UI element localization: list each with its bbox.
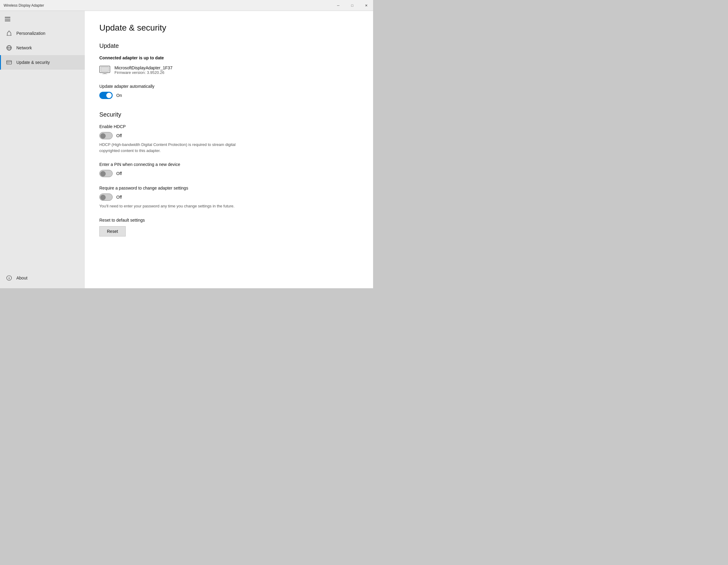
password-setting: Require a password to change adapter set… xyxy=(99,186,359,209)
reset-label: Reset to default settings xyxy=(99,218,359,223)
sidebar-personalization-label: Personalization xyxy=(16,31,45,36)
sidebar-item-about[interactable]: About xyxy=(6,273,79,283)
hdcp-description: HDCP (High-bandwidth Digital Content Pro… xyxy=(99,142,239,154)
pin-state: Off xyxy=(116,171,122,176)
main-content: Update & security Update Connected adapt… xyxy=(85,11,373,288)
svg-rect-12 xyxy=(104,73,106,74)
close-button[interactable]: ✕ xyxy=(359,0,373,11)
hdcp-state: Off xyxy=(116,133,122,138)
password-description: You'll need to enter your password any t… xyxy=(99,203,239,209)
hamburger-line-2 xyxy=(5,19,10,19)
minimize-button[interactable]: ─ xyxy=(331,0,345,11)
app-title: Wireless Display Adapter xyxy=(4,3,44,8)
sidebar-update-security-label: Update & security xyxy=(16,60,50,65)
sidebar-item-personalization[interactable]: Personalization xyxy=(0,26,85,41)
hdcp-toggle[interactable] xyxy=(99,132,113,139)
update-section-title: Update xyxy=(99,42,359,49)
auto-update-state: On xyxy=(116,93,122,98)
sidebar-about-label: About xyxy=(16,276,28,280)
update-section: Update Connected adapter is up to date M… xyxy=(99,42,359,99)
hdcp-label: Enable HDCP xyxy=(99,124,359,129)
adapter-text: MicrosoftDisplayAdapter_1F37 Firmware ve… xyxy=(114,65,172,75)
hamburger-line-3 xyxy=(5,21,10,21)
toggle-thumb-pin xyxy=(100,171,106,177)
maximize-button[interactable]: □ xyxy=(345,0,359,11)
svg-point-5 xyxy=(8,63,8,63)
security-section-title: Security xyxy=(99,111,359,118)
adapter-name: MicrosoftDisplayAdapter_1F37 xyxy=(114,65,172,70)
reset-setting: Reset to default settings Reset xyxy=(99,218,359,236)
pin-toggle-container: Off xyxy=(99,170,359,177)
adapter-firmware: Firmware version: 3.9520.26 xyxy=(114,70,172,75)
svg-point-8 xyxy=(9,277,9,277)
toggle-thumb-hdcp xyxy=(100,133,106,139)
password-toggle-container: Off xyxy=(99,193,359,201)
titlebar: Wireless Display Adapter ─ □ ✕ xyxy=(0,0,373,11)
adapter-device-icon xyxy=(99,64,110,75)
sidebar-item-network[interactable]: Network xyxy=(0,41,85,55)
toggle-thumb-auto-update xyxy=(106,93,112,98)
password-toggle[interactable] xyxy=(99,193,113,201)
page-title: Update & security xyxy=(99,23,359,33)
password-state: Off xyxy=(116,195,122,200)
sidebar-bottom: About xyxy=(0,268,85,288)
personalization-icon xyxy=(6,30,12,36)
pin-setting: Enter a PIN when connecting a new device… xyxy=(99,162,359,177)
pin-toggle[interactable] xyxy=(99,170,113,177)
password-label: Require a password to change adapter set… xyxy=(99,186,359,190)
hamburger-line-1 xyxy=(5,17,10,18)
auto-update-toggle[interactable] xyxy=(99,92,113,99)
sidebar-network-label: Network xyxy=(16,45,32,50)
auto-update-label: Update adapter automatically xyxy=(99,84,359,89)
network-icon xyxy=(6,45,12,51)
about-icon xyxy=(6,275,12,281)
sidebar: Personalization Network xyxy=(0,11,85,288)
security-section: Security Enable HDCP Off HDCP (High-band… xyxy=(99,111,359,236)
hamburger-menu-button[interactable] xyxy=(0,13,13,25)
svg-rect-11 xyxy=(101,67,109,72)
sidebar-item-update-security[interactable]: Update & security xyxy=(0,55,85,70)
window-controls: ─ □ ✕ xyxy=(331,0,373,11)
svg-rect-3 xyxy=(7,61,12,64)
sidebar-nav: Personalization Network xyxy=(0,26,85,268)
auto-update-toggle-container: On xyxy=(99,92,359,99)
hdcp-setting: Enable HDCP Off HDCP (High-bandwidth Dig… xyxy=(99,124,359,154)
toggle-thumb-password xyxy=(100,195,106,200)
auto-update-row: Update adapter automatically On xyxy=(99,84,359,99)
update-status-label: Connected adapter is up to date xyxy=(99,55,359,60)
svg-point-6 xyxy=(9,63,9,63)
reset-button[interactable]: Reset xyxy=(99,226,126,236)
hdcp-toggle-container: Off xyxy=(99,132,359,139)
update-security-icon xyxy=(6,59,12,65)
adapter-info: MicrosoftDisplayAdapter_1F37 Firmware ve… xyxy=(99,64,359,75)
svg-rect-13 xyxy=(102,74,107,74)
pin-label: Enter a PIN when connecting a new device xyxy=(99,162,359,167)
app-body: Personalization Network xyxy=(0,11,373,288)
